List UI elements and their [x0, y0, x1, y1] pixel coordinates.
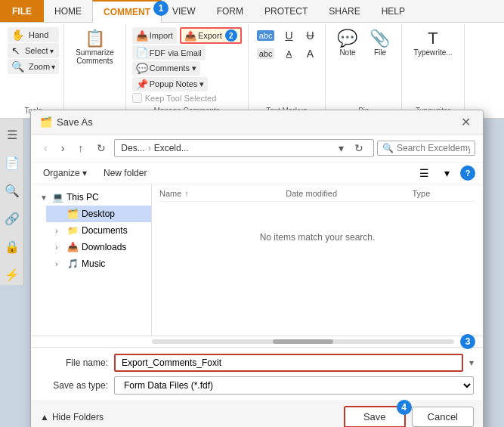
col-name-header[interactable]: Name ↑: [159, 189, 286, 198]
zoom-tool-btn[interactable]: 🔍 Zoom ▾: [8, 59, 59, 74]
typewriter-icon: T: [428, 30, 438, 47]
col-date-header: Date modified: [286, 189, 412, 198]
tab-home[interactable]: HOME: [44, 0, 92, 22]
downloads-icon: 📥: [67, 242, 79, 252]
note-btn[interactable]: 💬 Note: [332, 27, 363, 60]
note-icon: 💬: [337, 30, 357, 47]
nav-forward-btn[interactable]: ›: [56, 140, 70, 156]
file-btn[interactable]: 📎 File: [364, 27, 395, 60]
file-list: Name ↑ Date modified Type No items match…: [152, 184, 483, 336]
path-bar: Des... › Exceld... ▾ ↻: [114, 139, 374, 157]
nav-icon-3[interactable]: 🔍: [2, 181, 23, 201]
hand-icon: ✋: [11, 29, 24, 41]
hide-folders-arrow: ▲: [40, 412, 49, 422]
desktop-icon: 🗂️: [67, 209, 79, 219]
nav-icon-4[interactable]: 🔗: [2, 209, 23, 229]
tab-form[interactable]: FORM: [206, 0, 254, 22]
path-dropdown-btn[interactable]: ▾: [335, 141, 348, 155]
hide-folders-btn[interactable]: ▲ Hide Folders: [40, 412, 104, 422]
popup-icon: 📌: [136, 79, 148, 90]
search-icon: 🔍: [382, 143, 394, 153]
nav-icon-1[interactable]: ☰: [4, 125, 20, 145]
save-as-dialog: 🗂️ Save As ✕ ‹ › ↑ ↻ Des... › Exceld... …: [30, 110, 484, 427]
text-markup-group: abc U U abc: [249, 24, 326, 116]
tab-view[interactable]: VIEW: [162, 0, 206, 22]
select-tool-btn[interactable]: ↖ Select ▾: [8, 43, 59, 58]
import-btn[interactable]: 📥 Import: [132, 27, 177, 44]
nav-up-btn[interactable]: ↑: [73, 140, 88, 156]
squiggle-icon: abc: [257, 48, 275, 59]
select-icon: ↖: [11, 45, 20, 57]
export-btn[interactable]: 📤 Export 2: [180, 27, 242, 44]
tab-share[interactable]: SHARE: [318, 0, 370, 22]
filename-label: File name:: [40, 357, 108, 368]
savetype-select[interactable]: Form Data Files (*.fdf): [114, 376, 474, 395]
nav-icon-2[interactable]: 📄: [2, 153, 23, 173]
zoom-icon: 🔍: [11, 60, 24, 73]
tab-protect[interactable]: PROTECT: [254, 0, 318, 22]
ribbon-tabs: FILE HOME COMMENT 1 VIEW FORM PROTECT SH…: [0, 0, 504, 23]
tree-item-thispc[interactable]: ▼ 💻 This PC: [31, 189, 151, 206]
tab-help[interactable]: HELP: [371, 0, 416, 22]
folder-tree: ▼ 💻 This PC 🗂️ Desktop › 📁: [31, 184, 152, 336]
thispc-icon: 💻: [52, 192, 63, 203]
tree-item-documents[interactable]: › 📁 Documents: [46, 222, 151, 239]
sort-icon: ↑: [184, 189, 189, 198]
abc-icon: abc: [257, 30, 275, 41]
tab-file[interactable]: FILE: [0, 0, 44, 22]
strikethrough-btn[interactable]: U: [301, 27, 319, 44]
documents-arrow: ›: [55, 227, 64, 235]
dialog-toolbar: ‹ › ↑ ↻ Des... › Exceld... ▾ ↻ 🔍: [31, 135, 483, 162]
tools-group: ✋ Hand ↖ Select ▾ 🔍 Zoom ▾ Tools: [3, 24, 64, 116]
underline-btn[interactable]: U: [280, 27, 298, 44]
nav-icon-5[interactable]: 🔒: [2, 237, 23, 257]
nav-refresh-btn[interactable]: ↻: [91, 140, 111, 156]
tree-item-music[interactable]: › 🎵 Music: [46, 255, 151, 272]
tree-item-downloads[interactable]: › 📥 Downloads: [46, 239, 151, 255]
scrollbar-track: [152, 339, 454, 344]
path-refresh-btn[interactable]: ↻: [351, 141, 367, 155]
squiggle-btn[interactable]: abc: [255, 45, 277, 62]
summarize-btn[interactable]: 📋 SummarizeComments: [70, 27, 119, 68]
scrollbar-thumb[interactable]: [273, 339, 333, 344]
insert-btn[interactable]: A: [301, 45, 319, 62]
dialog-title-text: Save As: [57, 116, 93, 128]
comments-icon: 💬: [136, 63, 148, 74]
view-list-btn[interactable]: ☰: [415, 166, 434, 181]
file-list-header: Name ↑ Date modified Type: [159, 187, 475, 202]
ribbon-content: ✋ Hand ↖ Select ▾ 🔍 Zoom ▾ Tools: [0, 23, 504, 118]
scroll-area: 3: [31, 336, 483, 348]
step-2-badge: 2: [225, 29, 237, 42]
path-chevron-1: ›: [148, 143, 151, 153]
tab-comment[interactable]: COMMENT 1: [92, 0, 162, 23]
replace-btn[interactable]: A: [280, 45, 298, 62]
nav-back-btn[interactable]: ‹: [39, 140, 53, 156]
strikethrough-icon: U: [306, 29, 314, 42]
fdf-email-btn[interactable]: 📄 FDF via Email: [132, 45, 206, 60]
cancel-button[interactable]: Cancel: [412, 407, 474, 427]
comments-btn[interactable]: 💬 Comments ▾: [132, 61, 200, 76]
filename-input[interactable]: [114, 354, 463, 372]
hand-tool-btn[interactable]: ✋ Hand: [8, 27, 59, 42]
pin-group: 💬 Note 📎 File Pin: [326, 24, 402, 116]
dialog-close-btn[interactable]: ✕: [458, 115, 474, 129]
insert-icon: A: [307, 48, 314, 60]
fdf-icon: 📄: [136, 47, 148, 58]
keep-tool-checkbox[interactable]: [132, 93, 142, 103]
organize-btn[interactable]: Organize ▾: [39, 166, 91, 180]
help-btn[interactable]: ?: [460, 166, 475, 181]
dialog-titlebar: 🗂️ Save As ✕: [31, 110, 483, 135]
search-input[interactable]: [397, 143, 470, 153]
popup-notes-btn[interactable]: 📌 Popup Notes ▾: [132, 77, 209, 91]
view-dropdown-btn[interactable]: ▾: [440, 166, 454, 181]
nav-icon-6[interactable]: ⚡: [2, 265, 23, 285]
typewriter-group: T Typewrite... Typewriter: [402, 24, 464, 116]
new-folder-btn[interactable]: New folder: [97, 166, 153, 180]
summarize-icon: 📋: [85, 30, 105, 47]
tree-item-desktop[interactable]: 🗂️ Desktop: [46, 206, 151, 222]
search-bar: 🔍: [377, 141, 475, 156]
typewriter-btn[interactable]: T Typewrite...: [408, 27, 457, 60]
import-icon: 📥: [136, 30, 148, 42]
breadcrumb-exceldemy: Exceld...: [154, 143, 189, 153]
abc-btn[interactable]: abc: [255, 27, 277, 44]
